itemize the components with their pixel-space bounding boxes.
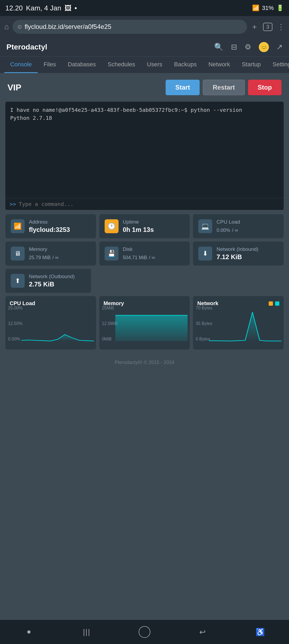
console-input-row: >> <box>5 198 284 210</box>
server-name: VIP <box>7 83 21 93</box>
nav-back[interactable]: ↩ <box>194 624 210 640</box>
bottom-nav: ||| ↩ ♿ <box>0 620 289 644</box>
chart-memory: Memory 25MiB 12.5MiB 0MiB <box>99 296 190 350</box>
restart-button[interactable]: Restart <box>203 80 245 95</box>
chart-network-icons <box>269 301 279 306</box>
settings-icon[interactable]: ⚙ <box>245 43 251 51</box>
main-content: VIP Start Restart Stop I have no name!@a… <box>0 73 289 584</box>
stat-net-outbound: ⬆ Network (Outbound) 2.75 KiB <box>5 269 91 293</box>
dot-indicator: • <box>75 4 77 12</box>
search-icon[interactable]: 🔍 <box>214 43 223 51</box>
browser-bar: ⌂ ⊙ flycloud.biz.id/server/a0f54e25 ＋ 3 … <box>0 16 289 37</box>
external-icon[interactable]: ↗ <box>276 43 283 51</box>
stat-net-out-label: Network (Outbound) <box>29 274 75 279</box>
address-bar[interactable]: ⊙ flycloud.biz.id/server/a0f54e25 <box>13 20 247 34</box>
footer-text: Pterodactyl® © 2015 - 2024 <box>115 360 174 365</box>
stat-address-value: flycloud:3253 <box>29 226 70 233</box>
stat-uptime-label: Uptime <box>123 219 154 225</box>
screenshot-icon: 🖼 <box>64 4 71 12</box>
stat-disk-content: Disk 504.71 MiB / ∞ <box>123 246 155 261</box>
nav-tabs: Console Files Databases Schedules Users … <box>0 57 289 73</box>
status-right: 📶 31% 🔋 <box>252 5 284 11</box>
stat-net-inbound: ⬇ Network (Inbound) 7.12 KiB <box>193 241 284 266</box>
app-header: Pterodactyl 🔍 ⊟ ⚙ 😊 ↗ <box>0 37 289 57</box>
start-button[interactable]: Start <box>166 80 200 95</box>
console-prompt: >> <box>10 201 16 207</box>
footer: Pterodactyl® © 2015 - 2024 <box>0 355 289 370</box>
stat-net-in-label: Network (Inbound) <box>216 246 258 252</box>
stat-net-out-content: Network (Outbound) 2.75 KiB <box>29 274 75 288</box>
nav-dot[interactable] <box>21 624 37 640</box>
nav-accessibility[interactable]: ♿ <box>252 624 268 640</box>
stat-net-in-content: Network (Inbound) 7.12 KiB <box>216 246 258 261</box>
stat-cpu-value: 0.00% / ∞ <box>216 226 240 233</box>
tab-network[interactable]: Network <box>203 57 236 73</box>
wifi-icon: 📶 <box>11 219 25 233</box>
clock-icon: 🕐 <box>105 219 119 233</box>
stat-memory-content: Memory 25.79 MiB / ∞ <box>29 246 59 261</box>
layers-icon[interactable]: ⊟ <box>231 43 237 51</box>
status-left: 12.20 Kam, 4 Jan 🖼 • <box>5 4 77 12</box>
url-text: flycloud.biz.id/server/a0f54e25 <box>25 23 111 30</box>
home-icon[interactable]: ⌂ <box>4 22 9 31</box>
chart-cpu-ylabels: 25.00% 12.50% 0.00% <box>8 306 22 342</box>
tab-users[interactable]: Users <box>141 57 168 73</box>
cpu-icon: 💻 <box>198 219 212 233</box>
chart-cpu: CPU Load 25.00% 12.50% 0.00% <box>5 296 96 350</box>
server-buttons: Start Restart Stop <box>166 80 282 95</box>
stat-outbound-row: ⬆ Network (Outbound) 2.75 KiB <box>0 269 289 296</box>
stat-address-content: Address flycloud:3253 <box>29 219 70 233</box>
chart-cpu-area <box>21 306 94 344</box>
stat-disk-label: Disk <box>123 246 155 252</box>
tab-console[interactable]: Console <box>4 57 38 73</box>
console-container: I have no name!@a0f54e25-a433-483f-beeb-… <box>5 102 284 210</box>
chart-memory-area <box>115 306 188 344</box>
add-tab-icon[interactable]: ＋ <box>251 22 258 32</box>
browser-actions: ＋ 3 ⋮ <box>251 22 285 32</box>
more-icon[interactable]: ⋮ <box>277 22 285 31</box>
net-in-icon: ⬇ <box>198 247 212 260</box>
chart-inbound-icon <box>269 301 273 306</box>
chart-network: Network 70 Bytes 35 Bytes 0 Bytes <box>193 296 284 350</box>
memory-icon: 🖥 <box>11 247 25 260</box>
sim-icon: 📶 <box>252 5 259 11</box>
stat-memory: 🖥 Memory 25.79 MiB / ∞ <box>5 241 96 266</box>
tab-startup[interactable]: Startup <box>236 57 267 73</box>
chart-outbound-icon <box>275 301 279 306</box>
empty-area <box>0 370 289 584</box>
time: 12.20 <box>5 4 23 12</box>
net-out-icon: ⬆ <box>11 274 25 288</box>
console-input[interactable] <box>19 201 279 207</box>
date: Kam, 4 Jan <box>26 4 61 12</box>
stat-cpu-label: CPU Load <box>216 219 240 225</box>
tab-files[interactable]: Files <box>38 57 62 73</box>
tab-schedules[interactable]: Schedules <box>102 57 141 73</box>
stat-net-in-value: 7.12 KiB <box>216 253 258 261</box>
app-title: Pterodactyl <box>6 43 47 51</box>
stat-memory-value: 25.79 MiB / ∞ <box>29 253 59 261</box>
tab-settings[interactable]: Settings <box>267 57 289 73</box>
battery-icon: 🔋 <box>276 5 284 11</box>
battery-text: 31% <box>262 5 274 11</box>
charts-grid: CPU Load 25.00% 12.50% 0.00% <box>0 296 289 355</box>
nav-recent[interactable]: ||| <box>79 624 95 640</box>
tab-count[interactable]: 3 <box>263 23 272 31</box>
stat-address: 📶 Address flycloud:3253 <box>5 214 96 238</box>
stat-net-out-value: 2.75 KiB <box>29 281 75 288</box>
nav-home[interactable] <box>136 624 153 640</box>
chart-network-area <box>209 306 282 344</box>
stat-cpu-content: CPU Load 0.00% / ∞ <box>216 219 240 233</box>
disk-icon: 💾 <box>105 247 119 260</box>
avatar[interactable]: 😊 <box>259 42 269 52</box>
stats-grid: 📶 Address flycloud:3253 🕐 Uptime 0h 1m 1… <box>0 214 289 269</box>
stat-memory-label: Memory <box>29 246 59 252</box>
console-output: I have no name!@a0f54e25-a433-483f-beeb-… <box>5 102 284 198</box>
tab-backups[interactable]: Backups <box>168 57 203 73</box>
tab-databases[interactable]: Databases <box>62 57 102 73</box>
console-text: I have no name!@a0f54e25-a433-483f-beeb-… <box>10 106 279 122</box>
status-bar: 12.20 Kam, 4 Jan 🖼 • 📶 31% 🔋 <box>0 0 289 16</box>
stop-button[interactable]: Stop <box>248 80 282 95</box>
stat-uptime-value: 0h 1m 13s <box>123 226 154 233</box>
stat-cpu: 💻 CPU Load 0.00% / ∞ <box>193 214 284 238</box>
stat-disk-value: 504.71 MiB / ∞ <box>123 253 155 261</box>
